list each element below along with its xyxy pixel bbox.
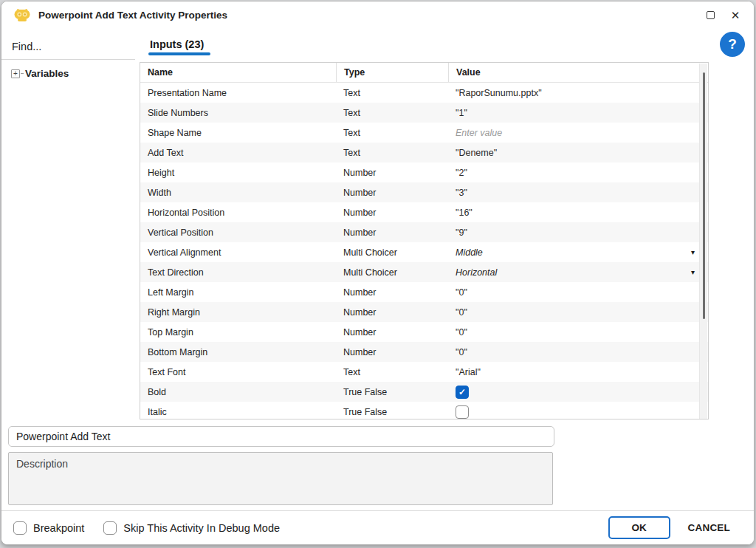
table-row: HeightNumber"2" — [140, 162, 708, 182]
table-row: Text DirectionMulti Choicer▾Horizontal — [140, 262, 708, 282]
breakpoint-checkbox-box[interactable] — [13, 521, 27, 535]
ok-button[interactable]: OK — [608, 516, 670, 539]
row-name-cell: Width — [140, 182, 336, 202]
sidebar: Find... + Variables — [1, 28, 136, 419]
row-value-cell[interactable]: Enter value — [448, 123, 708, 143]
row-type-cell: Text — [336, 143, 448, 162]
row-value-cell[interactable]: "2" — [448, 162, 708, 182]
tree-expander-icon[interactable]: + — [11, 69, 20, 78]
column-header-value: Value — [448, 63, 708, 82]
scrollbar-thumb[interactable] — [703, 72, 705, 319]
column-header-type: Type — [336, 63, 448, 82]
row-value-cell[interactable]: "0" — [448, 342, 708, 362]
row-type-cell: Multi Choicer — [336, 262, 448, 282]
skip-debug-checkbox-box[interactable] — [103, 521, 117, 535]
row-name-cell: Top Margin — [140, 322, 336, 342]
row-value-text[interactable]: Middle — [456, 247, 483, 258]
row-type-cell: Text — [336, 362, 448, 382]
inputs-table: Name Type Value Presentation NameText"Ra… — [140, 62, 709, 419]
row-value-text: "16" — [456, 208, 472, 218]
table-row: Horizontal PositionNumber"16" — [140, 202, 708, 222]
table-scrollbar[interactable] — [699, 64, 707, 419]
row-value-cell[interactable]: "16" — [448, 202, 708, 222]
row-name-cell: Left Margin — [140, 282, 336, 302]
row-value-cell[interactable]: "9" — [448, 222, 708, 242]
row-value-cell[interactable]: "3" — [448, 182, 708, 202]
table-row: ItalicTrue False — [140, 402, 708, 419]
description-textarea[interactable] — [8, 452, 553, 505]
table-body: Presentation NameText"RaporSunumu.pptx"S… — [140, 83, 708, 419]
dialog-window: Powerpoint Add Text Activity Properties … — [1, 1, 755, 545]
row-value-cell[interactable]: Middle — [448, 242, 708, 262]
row-type-cell: Number — [336, 302, 448, 322]
maximize-icon — [707, 11, 715, 19]
table-row: Add TextText"Deneme" — [140, 143, 708, 162]
table-header-row: Name Type Value — [140, 63, 708, 83]
find-input[interactable]: Find... — [12, 41, 41, 52]
row-value-cell[interactable]: "0" — [448, 282, 708, 302]
row-value-cell[interactable]: ✓ — [448, 382, 708, 402]
row-type-cell: Number — [336, 162, 448, 182]
tree-item-variables[interactable]: + Variables — [11, 68, 69, 79]
tree-item-label: Variables — [25, 68, 69, 79]
row-value-cell[interactable]: "0" — [448, 322, 708, 342]
table-row: Right MarginNumber"0" — [140, 302, 708, 322]
window-title: Powerpoint Add Text Activity Properties — [38, 10, 227, 21]
row-value-cell[interactable]: "Arial" — [448, 362, 708, 382]
row-type-cell: Multi Choicer — [336, 242, 448, 262]
tab-inputs-label: Inputs (23) — [150, 38, 204, 50]
checkmark-icon: ✓ — [458, 388, 466, 397]
row-value-text: "0" — [456, 347, 467, 357]
row-value-text: Enter value — [456, 128, 502, 138]
value-checkbox-checked[interactable]: ✓ — [456, 386, 469, 399]
table-row: Text FontText"Arial" — [140, 362, 708, 382]
row-value-text: "Deneme" — [456, 148, 497, 158]
row-value-cell[interactable]: "0" — [448, 302, 708, 322]
maximize-button[interactable] — [699, 4, 721, 26]
breakpoint-checkbox[interactable]: Breakpoint — [13, 521, 84, 535]
value-checkbox-unchecked[interactable] — [456, 405, 469, 419]
row-value-text: "1" — [456, 108, 467, 118]
table-row: Presentation NameText"RaporSunumu.pptx" — [140, 83, 708, 103]
row-name-cell: Horizontal Position — [140, 202, 336, 222]
table-row: WidthNumber"3" — [140, 182, 708, 202]
row-value-text: "0" — [456, 287, 467, 298]
row-value-cell[interactable]: "Deneme" — [448, 143, 708, 162]
row-value-text: "Arial" — [456, 367, 481, 377]
row-type-cell: Number — [336, 342, 448, 362]
plus-glyph: + — [13, 70, 18, 78]
row-name-cell: Presentation Name — [140, 83, 336, 103]
row-value-cell[interactable]: Horizontal — [448, 262, 708, 282]
tab-inputs[interactable]: Inputs (23) — [150, 38, 204, 51]
row-name-cell: Vertical Position — [140, 222, 336, 242]
row-type-cell: Number — [336, 202, 448, 222]
activity-name-input[interactable] — [8, 426, 554, 447]
row-type-cell: Text — [336, 103, 448, 123]
skip-debug-checkbox[interactable]: Skip This Activity In Debug Mode — [103, 521, 280, 535]
help-button[interactable]: ? — [720, 32, 745, 57]
close-button[interactable]: ✕ — [724, 4, 746, 26]
row-name-cell: Text Direction — [140, 262, 336, 282]
row-value-cell[interactable] — [448, 402, 708, 419]
row-name-cell: Right Margin — [140, 302, 336, 322]
cancel-button[interactable]: CANCEL — [688, 522, 730, 533]
row-value-text: "0" — [456, 307, 467, 318]
footer-actions: OK CANCEL — [608, 516, 742, 539]
breakpoint-label: Breakpoint — [33, 522, 84, 534]
row-value-cell[interactable]: "1" — [448, 103, 708, 123]
row-type-cell: Number — [336, 282, 448, 302]
tab-active-indicator — [148, 52, 210, 55]
footer-bar: Breakpoint Skip This Activity In Debug M… — [1, 510, 754, 544]
robot-app-icon — [13, 7, 31, 23]
title-bar: Powerpoint Add Text Activity Properties … — [1, 1, 754, 28]
table-row: Shape NameTextEnter value — [140, 123, 708, 143]
row-name-cell: Vertical Alignment — [140, 242, 336, 262]
table-row: Slide NumbersText"1" — [140, 103, 708, 123]
row-name-cell: Bottom Margin — [140, 342, 336, 362]
row-value-text[interactable]: Horizontal — [456, 267, 497, 278]
row-type-cell: Text — [336, 123, 448, 143]
row-type-cell: True False — [336, 402, 448, 419]
row-value-cell[interactable]: "RaporSunumu.pptx" — [448, 83, 708, 103]
row-type-cell: Number — [336, 222, 448, 242]
column-header-name: Name — [140, 63, 336, 82]
